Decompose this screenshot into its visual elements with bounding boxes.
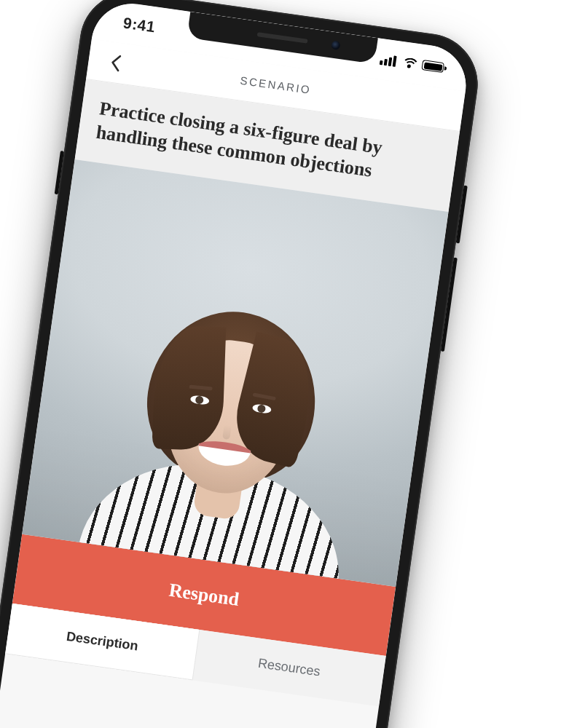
tab-label: Description bbox=[66, 629, 139, 654]
status-time: 9:41 bbox=[122, 14, 157, 36]
side-button-icon bbox=[55, 151, 64, 194]
side-button-icon bbox=[441, 258, 458, 352]
respond-button-label: Respond bbox=[168, 579, 240, 610]
side-button-icon bbox=[456, 186, 468, 244]
person-avatar-illustration bbox=[75, 268, 377, 586]
front-camera-icon bbox=[331, 40, 341, 50]
status-right-cluster bbox=[380, 53, 444, 73]
phone-tilt-wrapper: 9:41 SCENA bbox=[0, 0, 484, 728]
phone-hardware-frame: 9:41 SCENA bbox=[0, 0, 484, 728]
cellular-signal-icon bbox=[380, 53, 397, 66]
phone-screen: 9:41 SCENA bbox=[0, 0, 471, 728]
tab-label: Resources bbox=[257, 656, 321, 680]
speaker-icon bbox=[257, 32, 308, 44]
battery-icon bbox=[421, 60, 444, 73]
chevron-left-icon bbox=[109, 53, 122, 72]
scenario-hero-image bbox=[22, 159, 448, 586]
nav-title: SCENARIO bbox=[240, 74, 313, 97]
wifi-icon bbox=[401, 57, 417, 70]
canvas: 9:41 SCENA bbox=[0, 0, 561, 728]
back-button[interactable] bbox=[103, 50, 128, 75]
